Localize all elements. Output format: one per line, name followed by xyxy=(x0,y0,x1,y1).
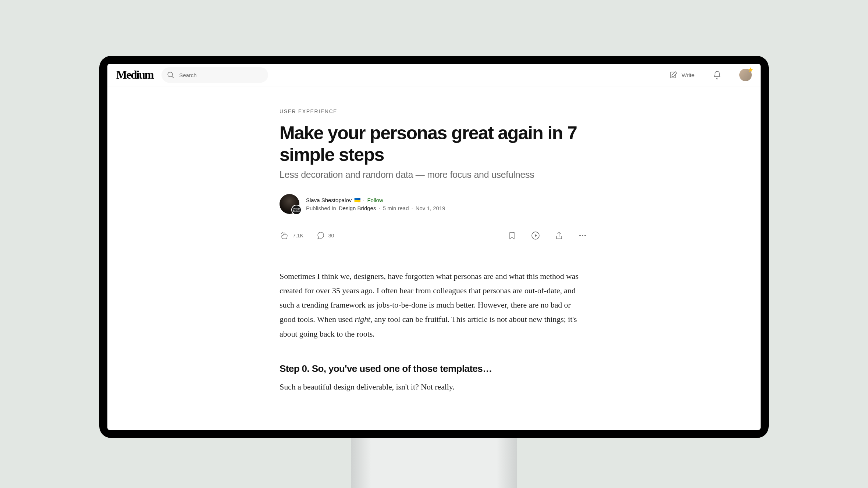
separator-dot: · xyxy=(412,205,413,211)
paragraph-1: Sometimes I think we, designers, have fo… xyxy=(280,269,588,341)
read-time: 5 min read xyxy=(383,205,409,211)
bookmark-button[interactable] xyxy=(508,231,516,240)
svg-point-6 xyxy=(584,235,586,236)
separator-dot: · xyxy=(363,197,364,203)
search-field[interactable] xyxy=(161,67,268,83)
responses-button[interactable]: 30 xyxy=(316,231,334,240)
svg-line-1 xyxy=(172,76,174,78)
bookmark-icon xyxy=(508,231,516,240)
publication-link[interactable]: Design Bridges xyxy=(339,205,376,211)
kicker-tag[interactable]: USER EXPERIENCE xyxy=(280,108,588,114)
notifications-button[interactable] xyxy=(713,71,722,79)
bell-icon xyxy=(713,71,722,79)
comment-icon xyxy=(316,231,325,240)
share-icon xyxy=(555,231,563,240)
write-label: Write xyxy=(682,72,694,78)
article-subtitle: Less decoration and random data — more f… xyxy=(280,169,588,180)
article-container: USER EXPERIENCE Make your personas great… xyxy=(107,86,761,430)
step-0-heading: Step 0. So, you've used one of those tem… xyxy=(280,363,588,374)
top-nav: Medium xyxy=(107,64,761,86)
svg-point-5 xyxy=(582,235,583,236)
published-in-prefix: Published in xyxy=(306,205,336,211)
medium-logo[interactable]: Medium xyxy=(116,68,153,82)
responses-count: 30 xyxy=(328,233,334,238)
write-button[interactable]: Write xyxy=(669,71,694,79)
more-button[interactable] xyxy=(578,231,587,240)
clap-icon xyxy=(280,231,289,240)
publish-date: Nov 1, 2019 xyxy=(416,205,445,211)
publication-badge[interactable]: DesignBridges xyxy=(291,205,302,215)
clap-count: 7.1K xyxy=(293,233,303,238)
step-0-paragraph: Such a beautiful design deliverable, isn… xyxy=(280,380,588,394)
more-icon xyxy=(578,231,587,240)
byline: DesignBridges Slava Shestopalov 🇺🇦 · Fol… xyxy=(280,194,588,214)
author-avatar[interactable]: DesignBridges xyxy=(280,194,299,214)
separator-dot: · xyxy=(378,205,380,211)
svg-point-0 xyxy=(168,72,172,77)
screen: Medium xyxy=(107,64,761,430)
share-button[interactable] xyxy=(555,231,563,240)
monitor-bezel: Medium xyxy=(99,56,769,438)
search-input[interactable] xyxy=(179,72,263,78)
play-icon xyxy=(531,231,540,240)
listen-button[interactable] xyxy=(531,231,540,240)
search-icon xyxy=(167,71,175,79)
clap-button[interactable]: 7.1K xyxy=(280,231,303,240)
author-name[interactable]: Slava Shestopalov xyxy=(306,197,352,203)
flag-emoji: 🇺🇦 xyxy=(354,197,360,203)
svg-point-4 xyxy=(579,235,581,236)
profile-avatar[interactable] xyxy=(739,69,752,81)
follow-link[interactable]: Follow xyxy=(367,197,383,203)
engagement-bar: 7.1K 30 xyxy=(280,225,588,246)
write-icon xyxy=(669,71,678,79)
article-title: Make your personas great again in 7 simp… xyxy=(280,122,588,166)
monitor-stand xyxy=(351,438,517,488)
